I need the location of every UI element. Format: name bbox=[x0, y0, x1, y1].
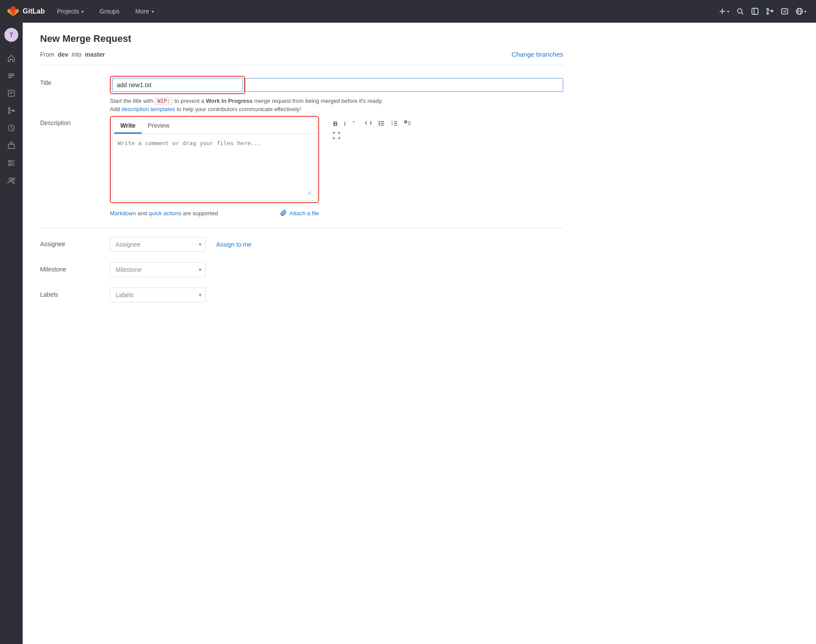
snippets2-icon bbox=[7, 159, 16, 167]
description-tabs: Write Preview bbox=[112, 119, 316, 134]
description-editor: Write Preview bbox=[112, 118, 317, 201]
user-avatar[interactable]: T bbox=[4, 28, 18, 42]
milestone-select[interactable]: Milestone bbox=[110, 262, 206, 277]
page-title: New Merge Request bbox=[40, 33, 131, 44]
attach-file-link[interactable]: Attach a file bbox=[280, 210, 319, 217]
title-highlight-box bbox=[110, 76, 245, 94]
new-chevron-icon: ▾ bbox=[727, 9, 729, 14]
task-list-button[interactable] bbox=[402, 119, 413, 129]
code-button[interactable] bbox=[363, 119, 374, 129]
wip-link[interactable]: WIP: bbox=[155, 98, 173, 104]
labels-label: Labels bbox=[40, 288, 110, 298]
todos-button[interactable] bbox=[778, 5, 791, 18]
svg-point-33 bbox=[379, 123, 380, 124]
bold-button[interactable]: B bbox=[331, 119, 340, 128]
ol-icon: 1.2.3. bbox=[391, 119, 398, 126]
title-input[interactable] bbox=[112, 78, 243, 92]
topnav-right-actions: ▾ ▾ bbox=[716, 5, 809, 18]
top-navigation: GitLab Projects ▾ Groups More ▾ ▾ ▾ bbox=[0, 0, 816, 23]
assignee-content: Assignee ▾ Assign to me bbox=[110, 237, 563, 252]
ul-icon bbox=[378, 119, 385, 126]
milestone-content: Milestone ▾ bbox=[110, 262, 563, 277]
formatting-toolbar: B I " 1.2.3. bbox=[331, 116, 418, 141]
labels-select[interactable]: Labels bbox=[110, 288, 206, 302]
write-tab[interactable]: Write bbox=[114, 119, 142, 134]
svg-point-24 bbox=[9, 160, 11, 163]
sidebar-item-members[interactable] bbox=[3, 173, 19, 188]
change-branches-link[interactable]: Change branches bbox=[512, 51, 563, 58]
sidebar-item-home[interactable] bbox=[3, 51, 19, 66]
labels-content: Labels ▾ bbox=[110, 288, 563, 302]
description-label: Description bbox=[40, 116, 110, 126]
svg-point-30 bbox=[13, 178, 15, 180]
preview-tab[interactable]: Preview bbox=[142, 119, 176, 134]
svg-rect-17 bbox=[10, 92, 13, 93]
markdown-link[interactable]: Markdown bbox=[110, 210, 136, 217]
packages-icon bbox=[7, 141, 16, 150]
members-icon bbox=[7, 176, 16, 185]
quote-icon: " bbox=[352, 119, 359, 126]
sidebar-item-issues[interactable] bbox=[3, 68, 19, 84]
markdown-footer: Markdown and quick actions are supported… bbox=[110, 205, 319, 221]
panel-icon bbox=[751, 7, 759, 15]
title-form-row: Title Start the title with WIP: to preve… bbox=[40, 76, 563, 112]
new-item-button[interactable]: ▾ bbox=[716, 5, 732, 18]
ordered-list-button[interactable]: 1.2.3. bbox=[389, 119, 400, 129]
projects-chevron-icon: ▾ bbox=[82, 9, 84, 14]
desc-templates-link[interactable]: description templates bbox=[122, 106, 175, 112]
sidebar-item-snippets[interactable] bbox=[3, 85, 19, 101]
milestone-select-wrapper: Milestone ▾ bbox=[110, 262, 206, 277]
description-edit-area bbox=[112, 134, 316, 200]
more-chevron-icon: ▾ bbox=[152, 9, 154, 14]
svg-point-19 bbox=[8, 108, 10, 109]
svg-rect-1 bbox=[720, 11, 725, 12]
italic-button[interactable]: I bbox=[342, 119, 347, 128]
projects-menu[interactable]: Projects ▾ bbox=[54, 6, 88, 17]
user-profile-button[interactable]: ▾ bbox=[793, 5, 809, 18]
user-chevron-icon: ▾ bbox=[804, 9, 806, 14]
svg-rect-23 bbox=[8, 144, 14, 149]
svg-rect-13 bbox=[8, 74, 14, 75]
branch-from-text: From dev into master bbox=[40, 51, 105, 58]
svg-point-25 bbox=[9, 164, 11, 166]
assignee-form-row: Assignee Assignee ▾ Assign to me bbox=[40, 237, 563, 252]
unordered-list-button[interactable] bbox=[376, 119, 387, 129]
svg-point-6 bbox=[767, 8, 768, 10]
issues-icon bbox=[7, 71, 16, 80]
merge-requests-button[interactable] bbox=[763, 5, 776, 18]
title-input-extended[interactable] bbox=[245, 78, 563, 92]
left-sidebar: T bbox=[0, 23, 23, 644]
search-icon bbox=[736, 7, 744, 15]
description-form-row: Description Write Preview bbox=[40, 116, 563, 221]
svg-rect-15 bbox=[8, 77, 12, 78]
sidebar-item-mergerequests[interactable] bbox=[3, 103, 19, 119]
more-menu[interactable]: More ▾ bbox=[132, 6, 157, 17]
gitlab-logo[interactable]: GitLab bbox=[7, 5, 45, 17]
desc-templates-hint: Add description templates to help your c… bbox=[110, 106, 563, 112]
assign-to-me-link[interactable]: Assign to me bbox=[216, 241, 252, 248]
svg-line-27 bbox=[10, 164, 14, 166]
quick-actions-link[interactable]: quick actions bbox=[149, 210, 181, 217]
snippets-icon bbox=[7, 89, 16, 98]
svg-text:": " bbox=[353, 120, 355, 126]
svg-text:3.: 3. bbox=[391, 123, 393, 126]
svg-point-20 bbox=[8, 112, 10, 114]
groups-menu[interactable]: Groups bbox=[96, 6, 123, 17]
svg-point-29 bbox=[9, 178, 12, 180]
plus-icon bbox=[718, 7, 726, 15]
svg-line-3 bbox=[741, 13, 743, 14]
assignee-select[interactable]: Assignee bbox=[110, 237, 206, 252]
milestone-label: Milestone bbox=[40, 262, 110, 273]
todo-icon bbox=[781, 7, 789, 15]
sidebar-item-packages[interactable] bbox=[3, 138, 19, 153]
sidebar-item-activity[interactable] bbox=[3, 120, 19, 136]
description-textarea[interactable] bbox=[118, 138, 311, 195]
sidebar-item-scissors[interactable] bbox=[3, 155, 19, 171]
quote-button[interactable]: " bbox=[350, 119, 360, 129]
mr-icon bbox=[7, 106, 16, 115]
wip-hint: Start the title with WIP: to prevent a W… bbox=[110, 98, 563, 104]
sidebar-toggle-button[interactable] bbox=[748, 5, 762, 18]
fullscreen-button[interactable] bbox=[331, 131, 342, 141]
labels-form-row: Labels Labels ▾ bbox=[40, 288, 563, 302]
search-button[interactable] bbox=[734, 5, 747, 18]
